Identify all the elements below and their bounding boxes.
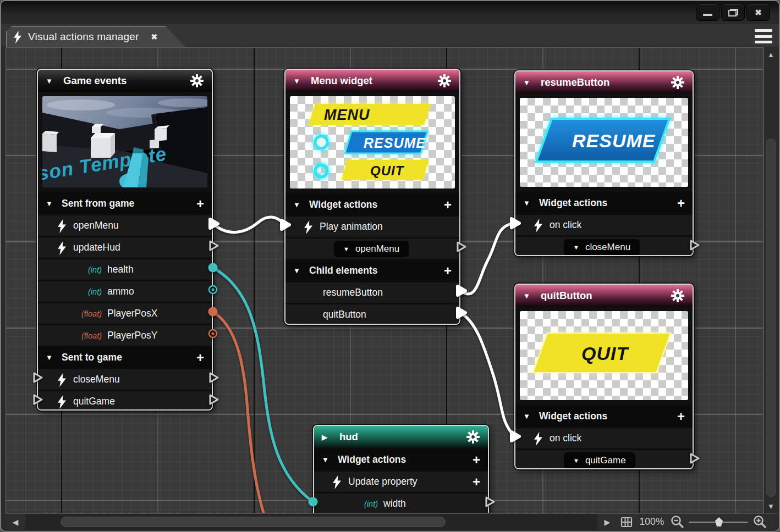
zoom-out-icon [670, 514, 685, 529]
vertical-scrollbar[interactable]: ▲ ▼ [763, 47, 778, 513]
collapse-icon[interactable]: ▼ [523, 292, 532, 300]
section-sent-to-game[interactable]: ▼ Sent to game + [38, 346, 212, 368]
section-title: Widget actions [309, 199, 377, 210]
scroll-up-button[interactable]: ▲ [764, 47, 778, 62]
chevron-down-icon: ▼ [573, 457, 579, 464]
add-icon[interactable]: + [196, 197, 204, 210]
gear-icon[interactable] [190, 74, 204, 88]
collapse-icon[interactable]: ▼ [523, 412, 532, 420]
zoom-slider[interactable] [686, 514, 750, 530]
zoom-slider-thumb[interactable] [715, 517, 723, 527]
add-icon[interactable]: + [677, 410, 685, 423]
add-icon[interactable]: + [196, 351, 204, 364]
row-label: quitGame [73, 396, 115, 407]
collapse-icon[interactable]: ▼ [293, 201, 302, 209]
scroll-left-button[interactable]: ◀ [6, 514, 25, 530]
section-widget-actions[interactable]: ▼ Widget actions + [285, 193, 459, 215]
row-on-click[interactable]: on click [515, 213, 693, 235]
collapse-icon[interactable]: ▼ [46, 77, 54, 85]
quit-button-preview: QUIT [520, 311, 688, 400]
add-icon[interactable]: + [677, 197, 685, 210]
row-openMenu[interactable]: openMenu [38, 214, 212, 236]
node-header[interactable]: ▼ Game events [38, 70, 212, 92]
close-button[interactable]: ✖ [746, 4, 770, 21]
minimize-icon [703, 14, 712, 16]
row-label: on click [550, 219, 581, 231]
dropdown-value: closeMenu [585, 242, 630, 253]
row-health[interactable]: (int) health [38, 258, 212, 280]
tab-visual-actions-manager[interactable]: Visual actions manager ✖ [6, 26, 185, 47]
minimize-button[interactable] [696, 4, 719, 21]
event-bolt-icon [58, 395, 66, 408]
node-hud[interactable]: ▶ hud ▼ Widget actions [313, 425, 489, 513]
tab-close-icon[interactable]: ✖ [151, 32, 158, 41]
node-header[interactable]: ▼ Menu widget [285, 70, 459, 92]
section-child-elements[interactable]: ▼ Child elements + [285, 259, 459, 281]
gear-icon[interactable] [671, 75, 685, 90]
zoom-out-button[interactable] [668, 514, 686, 530]
row-play-animation[interactable]: Play animation [285, 215, 459, 237]
section-widget-actions[interactable]: ▼ Widget actions + [515, 404, 693, 426]
restore-button[interactable] [721, 4, 745, 21]
type-label-float: (float) [46, 331, 102, 340]
collapse-icon[interactable]: ▼ [293, 267, 302, 275]
collapse-icon[interactable]: ▼ [523, 199, 532, 207]
row-PlayerPosY[interactable]: (float) PlayerPosY [38, 324, 212, 346]
collapse-icon[interactable]: ▶ [322, 433, 331, 441]
section-widget-actions[interactable]: ▼ Widget actions + [314, 448, 488, 470]
row-on-click[interactable]: on click [515, 426, 693, 448]
row-closeMenu[interactable]: closeMenu [38, 368, 212, 390]
node-menu-widget[interactable]: ▼ Menu widget [284, 69, 460, 325]
resume-label: RESUME [572, 130, 656, 151]
section-sent-from-game[interactable]: ▼ Sent from game + [38, 192, 212, 214]
row-quitButton[interactable]: quitButton [285, 303, 459, 325]
row-PlayerPosX[interactable]: (float) PlayerPosX [38, 302, 212, 324]
action-dropdown[interactable]: ▼ quitGame [564, 452, 635, 469]
collapse-icon[interactable]: ▼ [293, 77, 302, 85]
scroll-down-button[interactable]: ▼ [764, 499, 778, 513]
add-icon[interactable]: + [473, 453, 480, 467]
row-quitGame[interactable]: quitGame [38, 390, 212, 411]
grid-icon [620, 516, 633, 529]
collapse-icon[interactable]: ▼ [46, 199, 54, 208]
gear-icon[interactable] [671, 289, 685, 303]
row-ammo[interactable]: (int) ammo [38, 280, 212, 302]
node-graph-canvas[interactable]: ▼ Game events [6, 47, 763, 513]
row-resumeButton[interactable]: resumeButton [285, 281, 459, 303]
collapse-icon[interactable]: ▼ [46, 353, 54, 362]
row-action-select: ▼ closeMenu [515, 235, 693, 256]
menu-hamburger-icon[interactable] [755, 29, 772, 43]
horizontal-scrollbar-thumb[interactable] [61, 517, 446, 527]
action-dropdown[interactable]: ▼ closeMenu [564, 239, 640, 256]
add-icon[interactable]: + [473, 475, 480, 489]
add-icon[interactable]: + [444, 264, 452, 278]
collapse-icon[interactable]: ▼ [322, 456, 331, 464]
section-widget-actions[interactable]: ▼ Widget actions + [515, 191, 693, 213]
node-quit-button[interactable]: ▼ quitButton [514, 284, 694, 469]
event-bolt-icon [58, 219, 66, 232]
section-title: Sent from game [62, 198, 134, 209]
row-label: quitButton [323, 309, 366, 320]
collapse-icon[interactable]: ▼ [523, 79, 532, 87]
scroll-right-button[interactable]: ▶ [597, 514, 617, 530]
close-icon: ✖ [755, 8, 762, 18]
node-game-events[interactable]: ▼ Game events [37, 69, 213, 411]
vertical-scrollbar-thumb[interactable] [766, 138, 776, 497]
row-update-property[interactable]: Update property + [314, 470, 488, 492]
zoom-in-button[interactable] [750, 514, 769, 530]
grid-toggle-button[interactable] [617, 514, 636, 530]
section-title: Widget actions [338, 454, 406, 465]
row-label: closeMenu [73, 374, 120, 385]
event-bolt-icon [58, 241, 66, 254]
horizontal-scrollbar[interactable] [25, 514, 597, 530]
node-header[interactable]: ▼ resumeButton [515, 71, 693, 93]
row-width[interactable]: (int) width [314, 492, 488, 513]
gear-icon[interactable] [437, 74, 452, 88]
animation-dropdown[interactable]: ▼ openMenu [334, 241, 409, 257]
add-icon[interactable]: + [444, 198, 452, 212]
node-header[interactable]: ▼ quitButton [515, 285, 693, 307]
node-header[interactable]: ▶ hud [314, 426, 488, 448]
row-updateHud[interactable]: updateHud [38, 236, 212, 258]
node-resume-button[interactable]: ▼ resumeButton [514, 70, 694, 256]
gear-icon[interactable] [466, 430, 480, 444]
